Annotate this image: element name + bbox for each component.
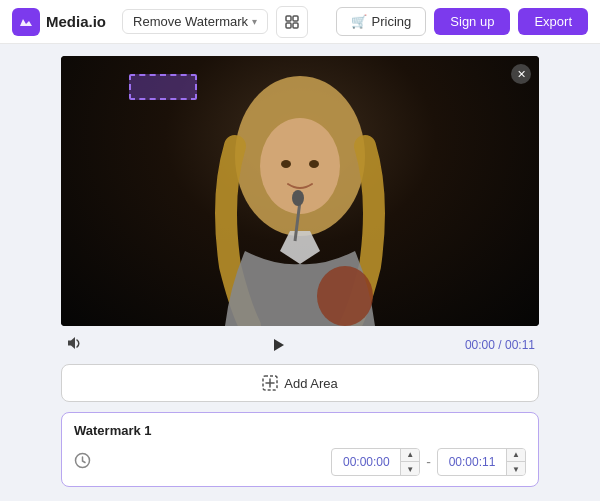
cart-icon: 🛒 — [351, 14, 367, 29]
close-icon: ✕ — [517, 68, 526, 81]
close-button[interactable]: ✕ — [511, 64, 531, 84]
grid-icon — [284, 14, 300, 30]
watermark-selection-box[interactable] — [129, 74, 197, 100]
svg-point-9 — [281, 160, 291, 168]
grid-view-button[interactable] — [276, 6, 308, 38]
end-time-spinners: ▲ ▼ — [506, 448, 525, 476]
time-input-group: ▲ ▼ - ▲ ▼ — [331, 448, 526, 476]
export-button[interactable]: Export — [518, 8, 588, 35]
start-time-input[interactable]: ▲ ▼ — [331, 448, 420, 476]
end-time-down-button[interactable]: ▼ — [507, 462, 525, 476]
end-time-up-button[interactable]: ▲ — [507, 448, 525, 462]
watermark-card-title: Watermark 1 — [74, 423, 526, 438]
add-area-label: Add Area — [284, 376, 338, 391]
svg-point-10 — [309, 160, 319, 168]
start-time-down-button[interactable]: ▼ — [401, 462, 419, 476]
svg-point-6 — [317, 266, 373, 326]
end-time-input[interactable]: ▲ ▼ — [437, 448, 526, 476]
watermark-card: Watermark 1 ▲ ▼ - — [61, 412, 539, 487]
start-time-up-button[interactable]: ▲ — [401, 448, 419, 462]
chevron-down-icon: ▾ — [252, 16, 257, 27]
tool-label: Remove Watermark — [133, 14, 248, 29]
signup-label: Sign up — [450, 14, 494, 29]
signup-button[interactable]: Sign up — [434, 8, 510, 35]
svg-rect-0 — [286, 16, 291, 21]
start-time-spinners: ▲ ▼ — [400, 448, 419, 476]
logo: Media.io — [12, 8, 106, 36]
controls-bar: 00:00 / 00:11 — [61, 326, 539, 364]
clock-icon — [74, 452, 91, 472]
add-area-icon — [262, 375, 278, 391]
logo-icon — [12, 8, 40, 36]
watermark-time-row: ▲ ▼ - ▲ ▼ — [74, 448, 526, 476]
add-area-button[interactable]: Add Area — [61, 364, 539, 402]
time-display: 00:00 / 00:11 — [465, 338, 535, 352]
end-time-field[interactable] — [438, 455, 506, 469]
svg-point-8 — [292, 190, 304, 206]
video-content — [150, 66, 450, 326]
pricing-button[interactable]: 🛒 Pricing — [336, 7, 427, 36]
header: Media.io Remove Watermark ▾ 🛒 Pricing Si… — [0, 0, 600, 44]
svg-rect-3 — [293, 23, 298, 28]
start-time-field[interactable] — [332, 455, 400, 469]
main-content: ✕ 00:00 / 00:11 Add Area Watermark 1 — [0, 44, 600, 501]
svg-rect-1 — [293, 16, 298, 21]
svg-rect-2 — [286, 23, 291, 28]
time-separator: - — [426, 454, 431, 470]
play-button[interactable] — [268, 335, 288, 355]
remove-watermark-tool[interactable]: Remove Watermark ▾ — [122, 9, 268, 34]
video-player: ✕ — [61, 56, 539, 326]
export-label: Export — [534, 14, 572, 29]
pricing-label: Pricing — [372, 14, 412, 29]
volume-icon[interactable] — [65, 334, 83, 356]
logo-text: Media.io — [46, 13, 106, 30]
